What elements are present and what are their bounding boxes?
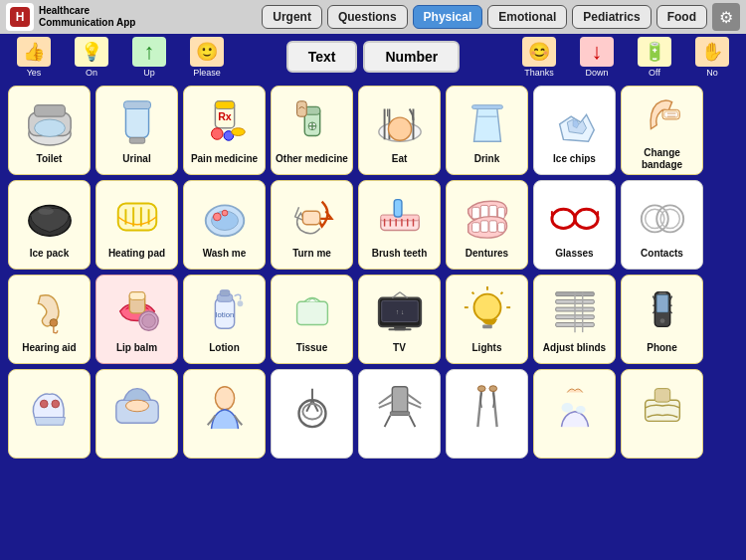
svg-point-45 xyxy=(213,213,221,221)
svg-rect-126 xyxy=(392,387,407,414)
cell-other-medicine[interactable]: Other medicine xyxy=(271,86,353,175)
tab-food[interactable]: Food xyxy=(656,5,707,29)
cell-glasses[interactable]: Glasses xyxy=(533,180,616,270)
tab-questions[interactable]: Questions xyxy=(327,5,408,29)
svg-rect-57 xyxy=(471,207,479,219)
quick-thanks[interactable]: 😊 Thanks xyxy=(513,37,565,78)
svg-point-71 xyxy=(645,209,663,228)
svg-point-92 xyxy=(473,294,500,321)
cell-ice-pack[interactable]: Ice pack xyxy=(8,180,91,270)
cell-heating-pad[interactable]: Heating pad xyxy=(95,180,178,270)
svg-point-5 xyxy=(34,119,65,136)
tab-urgent[interactable]: Urgent xyxy=(262,5,322,29)
cell-wash-me[interactable]: Wash me xyxy=(183,180,266,270)
cell-row4-5[interactable] xyxy=(358,369,441,459)
svg-line-128 xyxy=(384,416,390,428)
svg-rect-47 xyxy=(302,211,319,224)
cell-phone[interactable]: Phone xyxy=(621,275,703,364)
cell-row4-7[interactable] xyxy=(533,369,616,459)
cell-contacts[interactable]: Contacts xyxy=(621,180,703,270)
quick-please[interactable]: 🙂 Please xyxy=(181,37,233,78)
text-button[interactable]: Text xyxy=(286,41,358,73)
svg-rect-38 xyxy=(117,203,156,230)
svg-point-120 xyxy=(215,387,234,410)
cell-tv[interactable]: ↑ ↓ TV xyxy=(358,275,441,364)
cell-brush-teeth[interactable]: Brush teeth xyxy=(358,180,441,270)
svg-rect-88 xyxy=(388,328,411,330)
number-button[interactable]: Number xyxy=(363,41,460,73)
svg-point-65 xyxy=(551,209,574,228)
cell-turn-me[interactable]: Turn me xyxy=(271,180,353,270)
cell-pain-medicine[interactable]: Rx Pain medicine xyxy=(183,86,266,175)
svg-text:↑ ↓: ↑ ↓ xyxy=(395,308,404,315)
svg-point-12 xyxy=(211,128,223,140)
cell-dentures[interactable]: Dentures xyxy=(446,180,528,270)
svg-point-137 xyxy=(488,386,496,392)
svg-rect-93 xyxy=(482,324,492,328)
svg-rect-64 xyxy=(497,223,504,233)
cell-row4-2[interactable] xyxy=(95,369,178,459)
quick-off[interactable]: 🔋 Off xyxy=(629,37,680,78)
svg-rect-127 xyxy=(390,412,409,416)
tab-physical[interactable]: Physical xyxy=(413,5,483,29)
svg-point-140 xyxy=(575,406,585,414)
svg-point-139 xyxy=(561,403,573,413)
quick-no[interactable]: ✋ No xyxy=(686,37,738,78)
svg-point-108 xyxy=(659,318,665,324)
svg-point-117 xyxy=(51,400,59,408)
cell-toilet[interactable]: Toilet xyxy=(8,86,91,175)
top-navigation: H Healthcare Communication App Urgent Qu… xyxy=(0,0,746,34)
quick-on[interactable]: 💡 On xyxy=(66,37,117,78)
quick-yes[interactable]: 👍 Yes xyxy=(8,37,60,78)
tab-pediatrics[interactable]: Pediatrics xyxy=(572,5,651,29)
cell-row4-8[interactable] xyxy=(621,369,703,459)
cell-eat[interactable]: Eat xyxy=(358,86,441,175)
svg-rect-62 xyxy=(480,221,488,233)
cell-row4-3[interactable] xyxy=(183,369,266,459)
cell-lip-balm[interactable]: Lip balm xyxy=(95,275,178,364)
cell-row4-4[interactable] xyxy=(271,369,353,459)
cell-hearing-aid[interactable]: Hearing aid xyxy=(8,275,91,364)
app-logo: H xyxy=(6,3,34,31)
svg-text:lotion: lotion xyxy=(215,310,233,319)
grid-row-2: Ice pack Heating pad xyxy=(8,180,738,270)
svg-rect-7 xyxy=(123,101,150,109)
cell-row4-6[interactable] xyxy=(446,369,528,459)
svg-point-78 xyxy=(141,314,154,327)
cell-lights[interactable]: Lights xyxy=(446,275,528,364)
cell-change-bandage[interactable]: Change bandage xyxy=(621,86,703,175)
svg-rect-56 xyxy=(394,200,402,217)
cell-lotion[interactable]: lotion Lotion xyxy=(183,275,266,364)
cell-row4-1[interactable] xyxy=(8,369,91,459)
svg-point-26 xyxy=(388,117,411,140)
svg-rect-81 xyxy=(220,290,230,296)
svg-text:H: H xyxy=(16,10,25,24)
cell-drink[interactable]: Drink xyxy=(446,86,528,175)
svg-rect-109 xyxy=(658,292,666,294)
cell-tissue[interactable]: Tissue xyxy=(271,275,353,364)
quick-up[interactable]: ↑ Up xyxy=(123,37,175,78)
svg-rect-63 xyxy=(488,221,496,233)
svg-point-125 xyxy=(302,404,321,419)
cell-ice-chips[interactable]: Ice chips xyxy=(533,86,616,175)
svg-rect-141 xyxy=(645,400,679,421)
svg-rect-20 xyxy=(296,101,306,116)
svg-point-116 xyxy=(40,400,48,408)
svg-line-129 xyxy=(409,416,415,428)
svg-rect-61 xyxy=(471,223,479,233)
svg-rect-28 xyxy=(471,105,502,109)
svg-point-73 xyxy=(660,209,679,228)
cell-adjust-blinds[interactable]: Adjust blinds xyxy=(533,275,616,364)
cell-urinal[interactable]: Urinal xyxy=(95,86,178,175)
svg-text:Rx: Rx xyxy=(218,110,232,122)
grid-row-1: Toilet Urinal Rx xyxy=(8,86,738,175)
svg-rect-84 xyxy=(296,301,327,324)
settings-button[interactable]: ⚙ xyxy=(712,3,740,31)
svg-point-14 xyxy=(231,128,244,136)
quick-down[interactable]: ↓ Down xyxy=(571,37,623,78)
svg-point-74 xyxy=(50,319,58,327)
quick-row: 👍 Yes 💡 On ↑ Up 🙂 Please Text Number 😊 T… xyxy=(0,34,746,80)
tab-emotional[interactable]: Emotional xyxy=(487,5,567,29)
svg-rect-8 xyxy=(129,137,144,143)
svg-rect-76 xyxy=(129,292,144,300)
